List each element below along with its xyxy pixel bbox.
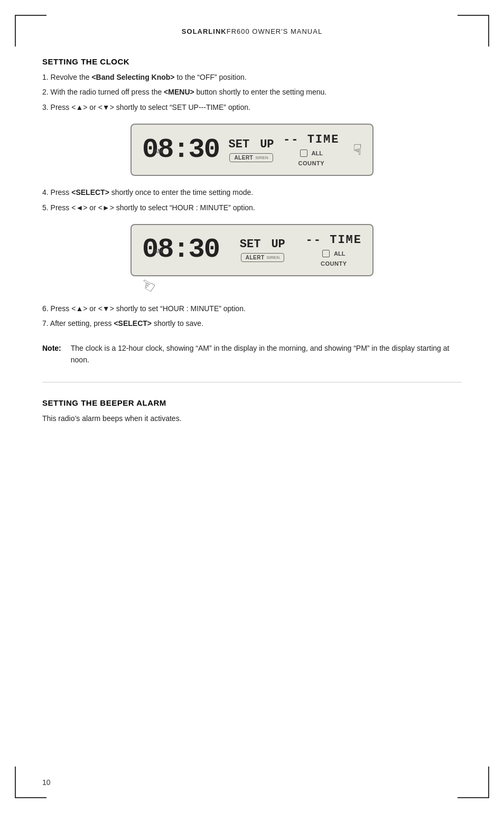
section-divider <box>42 382 462 382</box>
step-2-before: 2. With the radio turned off press the <box>42 88 164 96</box>
step-4-bold: <SELECT> <box>71 188 109 197</box>
note-text: The clock is a 12-hour clock, showing “A… <box>66 342 462 366</box>
lcd2-set-up: SET UP <box>240 238 285 251</box>
note-label: Note: <box>42 342 61 366</box>
lcd1-set-up: SET UP <box>229 138 274 151</box>
step-7-before: 7. After setting, press <box>42 319 114 328</box>
lcd1-all-row: ALL <box>300 149 323 157</box>
step-2-after: button shortly to enter the setting menu… <box>194 88 327 96</box>
lcd2-alert: ALERT <box>246 255 265 260</box>
header-title: SOLARLINKFR600 OWNER'S MANUAL <box>182 27 322 35</box>
note-block: Note: The clock is a 12-hour clock, show… <box>42 342 462 366</box>
lcd-display-1: 08:30 AM SET UP ALERT SIREN -- TIME ALL <box>130 124 374 176</box>
lcd1-siren: SIREN <box>255 155 268 160</box>
lcd1-time-right: -- TIME <box>283 133 339 146</box>
step-3-text: 3. Press <▲> or <▼> shortly to select “S… <box>42 103 250 111</box>
lcd2-middle: SET UP ALERT SIREN <box>240 238 285 262</box>
lcd2-up: UP <box>271 238 285 251</box>
lcd1-alert: ALERT <box>234 155 253 161</box>
model-name: FR600 <box>227 27 250 35</box>
lcd1-am: AM <box>154 148 163 154</box>
step-5: 5. Press <◄> or <►> shortly to select “H… <box>42 202 462 213</box>
step-2-bold: <MENU> <box>164 88 194 96</box>
step-6-text: 6. Press <▲> or <▼> shortly to set “HOUR… <box>42 304 246 313</box>
hand-icon-2: ☞ <box>136 273 159 297</box>
step-4-before: 4. Press <box>42 188 71 197</box>
lcd1-middle: SET UP ALERT SIREN <box>229 138 274 162</box>
step-2: 2. With the radio turned off press the <… <box>42 86 462 98</box>
step-3: 3. Press <▲> or <▼> shortly to select “S… <box>42 101 462 113</box>
step-4-after: shortly once to enter the time setting m… <box>109 188 253 197</box>
page-number: 10 <box>42 778 51 787</box>
step-1: 1. Revolve the <Band Selecting Knob> to … <box>42 71 462 83</box>
lcd-display-2: 08:30 AM SET UP ALERT SIREN -- TIME <box>130 224 374 276</box>
lcd1-right: -- TIME ALL COUNTY <box>283 133 339 166</box>
step-4: 4. Press <SELECT> shortly once to enter … <box>42 186 462 198</box>
lcd2-time-right: -- TIME <box>306 233 362 247</box>
section1-title: SETTING THE CLOCK <box>42 57 462 66</box>
lcd2-all-row: ALL <box>322 250 345 257</box>
lcd1-checkbox <box>300 149 307 157</box>
lcd2-set: SET <box>240 238 261 251</box>
lcd2-alert-box: ALERT SIREN <box>241 253 284 262</box>
doc-type: OWNER'S MANUAL <box>252 27 322 35</box>
lcd2-siren: SIREN <box>267 255 279 260</box>
step-6: 6. Press <▲> or <▼> shortly to set “HOUR… <box>42 303 462 314</box>
brand-name: SOLARLINK <box>182 27 227 35</box>
lcd1-all: ALL <box>312 150 323 156</box>
lcd1-alert-box: ALERT SIREN <box>229 153 273 162</box>
lcd1-set: SET <box>229 138 250 151</box>
section2-description: This radio’s alarm beeps when it activat… <box>42 413 462 424</box>
section2-title: SETTING THE BEEPER ALARM <box>42 398 462 407</box>
step-1-num: 1. Revolve the <box>42 73 91 81</box>
section-setting-clock: SETTING THE CLOCK 1. Revolve the <Band S… <box>42 57 462 366</box>
step-1-after: to the “OFF” position. <box>175 73 247 81</box>
step-7-after: shortly to save. <box>152 319 203 328</box>
step-7: 7. After setting, press <SELECT> shortly… <box>42 317 462 329</box>
step-1-bold: <Band Selecting Knob> <box>91 73 174 81</box>
step-5-text: 5. Press <◄> or <►> shortly to select “H… <box>42 203 255 212</box>
lcd2-am: AM <box>154 248 163 254</box>
section-setting-beeper: SETTING THE BEEPER ALARM This radio’s al… <box>42 398 462 424</box>
hand-icon-1: ☟ <box>353 141 362 158</box>
page-header: SOLARLINKFR600 OWNER'S MANUAL <box>42 21 462 36</box>
lcd2-county: COUNTY <box>321 260 347 267</box>
lcd2-checkbox <box>322 250 330 257</box>
lcd2-right: -- TIME ALL COUNTY <box>306 233 362 267</box>
lcd2-all: ALL <box>334 250 345 257</box>
step-7-bold: <SELECT> <box>114 319 152 328</box>
lcd1-up: UP <box>260 138 274 151</box>
lcd1-county: COUNTY <box>298 160 324 166</box>
